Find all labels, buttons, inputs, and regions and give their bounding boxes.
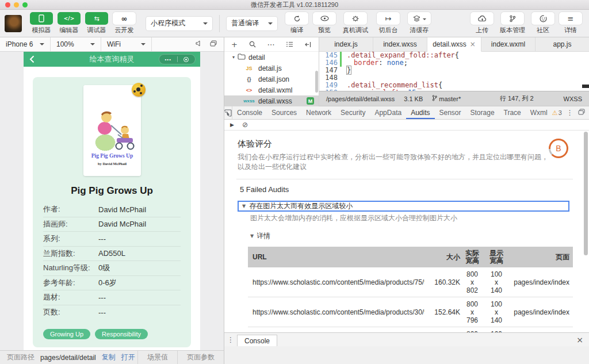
tab-index-js[interactable]: index.js: [319, 37, 373, 51]
compile-button[interactable]: 编译: [283, 12, 311, 35]
devtools-tab-network[interactable]: Network: [301, 106, 336, 119]
audits-scrollbar[interactable]: [584, 132, 588, 255]
collapse-panel-icon[interactable]: [305, 41, 312, 48]
devtools-tab-security[interactable]: Security: [336, 106, 370, 119]
debugger-toggle-button[interactable]: ⇆ 调试器: [83, 12, 110, 35]
community-button[interactable]: 社区: [529, 12, 557, 35]
tab-arrow-icon: ↦: [385, 14, 392, 23]
switch-background-button[interactable]: ↦ 切后台: [373, 12, 404, 35]
console-drawer-bar: ⋮ Console ×: [224, 332, 589, 346]
tag-pill[interactable]: Growing Up: [43, 329, 90, 339]
main-toolbar: 模拟器 </> 编辑器 ⇆ 调试器 ∞ 云开发 小程序模式 普通编译 编译 预览…: [0, 10, 589, 37]
ball-badge: [132, 83, 146, 97]
table-row: https://www.scholastic.com/content5/medi…: [248, 267, 573, 297]
file-row-detail-wxml[interactable]: <> detail.wxml: [224, 85, 319, 95]
warning-badge[interactable]: ⚠3: [552, 109, 562, 117]
file-row-detail-js[interactable]: JS detail.js: [224, 63, 319, 74]
device-select[interactable]: iPhone 6: [0, 37, 51, 51]
code-area[interactable]: 145.detail_expand_fold::after{ 146border…: [319, 52, 589, 91]
table-row: https://www.scholastic.com/content5/medi…: [248, 327, 573, 332]
details-button[interactable]: ≡ 详情: [557, 12, 584, 35]
cloud-dev-button[interactable]: ∞ 云开发: [110, 12, 138, 35]
audits-content: 体验评分 我们会在小程序运行过程中实时检查，分析出一些可能导致体验不好的地方，并…: [224, 131, 589, 332]
file-row-detail-json[interactable]: {} detail.json: [224, 74, 319, 85]
tag-pill[interactable]: Responsibility: [95, 329, 148, 339]
editor-scroll-marker[interactable]: [582, 85, 589, 88]
book-card: Pig Pig Grows Up by David McPhail Pig Pi…: [33, 77, 191, 347]
git-branch-icon: [432, 95, 437, 102]
window-titlebar: 微信开发者工具 v1.02.1811290: [0, 0, 589, 10]
more-icon[interactable]: ⋯: [267, 40, 274, 49]
swap-icon: ⇆: [94, 15, 99, 22]
devtools-tab-console[interactable]: Console: [232, 106, 267, 119]
copy-link[interactable]: 复制: [102, 352, 116, 362]
compile-mode-select[interactable]: 普通编译: [227, 17, 277, 30]
editor-tab-bar: index.js index.wxss detail.wxss × index.…: [319, 37, 589, 52]
folder-row-detail[interactable]: ▾ detail: [224, 52, 319, 63]
language-mode[interactable]: WXSS: [564, 95, 582, 102]
editor-status-bar: /pages/detail/detail.wxss 3.1 KB master*…: [319, 91, 589, 106]
devtools-menu-icon[interactable]: ⋮: [567, 109, 573, 117]
file-list-icon[interactable]: [286, 41, 293, 47]
page-path-value: pages/detail/detail: [40, 354, 96, 362]
more-options-button[interactable]: •••: [159, 57, 177, 62]
tab-index-wxss[interactable]: index.wxss: [373, 37, 427, 51]
mute-speaker-icon[interactable]: [196, 40, 202, 48]
dock-side-icon[interactable]: [578, 109, 585, 117]
page-params-tab[interactable]: 页面参数: [177, 351, 224, 364]
close-drawer-icon[interactable]: ×: [576, 333, 589, 346]
field-row: 兰斯指数:AD550L: [43, 247, 181, 262]
miniapp-capsule: •••: [159, 54, 196, 64]
code-editor: index.js index.wxss detail.wxss × index.…: [319, 37, 589, 106]
devtools-tab-audits[interactable]: Audits: [406, 106, 434, 119]
file-tree-scrollbar[interactable]: [315, 71, 318, 93]
smiley-icon: [540, 15, 547, 22]
screenshot-icon[interactable]: [210, 40, 217, 48]
search-icon[interactable]: [249, 41, 256, 48]
zoom-select[interactable]: 100%: [51, 37, 101, 51]
tab-index-wxml[interactable]: index.wxml: [481, 37, 536, 51]
details-toggle[interactable]: ▼ 详情: [250, 231, 573, 241]
open-link[interactable]: 打开: [121, 352, 135, 362]
network-select[interactable]: WiFi: [101, 37, 152, 51]
run-audits-icon[interactable]: ▶: [230, 122, 234, 128]
drawer-menu-icon[interactable]: ⋮: [224, 333, 237, 346]
user-avatar[interactable]: [5, 15, 22, 32]
devtools-tab-wxml[interactable]: Wxml: [526, 106, 552, 119]
clear-cache-button[interactable]: 清缓存: [404, 12, 435, 35]
exit-miniapp-button[interactable]: [178, 57, 196, 62]
add-file-icon[interactable]: +: [231, 40, 238, 49]
clear-icon[interactable]: ⊘: [242, 121, 248, 129]
back-chevron-icon[interactable]: [29, 55, 35, 63]
miniapp-navbar: 绘本查询精灵 •••: [24, 52, 200, 67]
version-control-button[interactable]: 版本管理: [496, 12, 529, 35]
real-device-debug-button[interactable]: 真机调试: [338, 12, 373, 35]
drawer-tab-console[interactable]: Console: [237, 335, 277, 346]
file-row-detail-wxss[interactable]: wxss detail.wxss M: [224, 95, 319, 106]
devtools-tab-sources[interactable]: Sources: [267, 106, 301, 119]
git-branch-status[interactable]: master*: [432, 95, 461, 102]
upload-button[interactable]: 上传: [468, 12, 496, 35]
tab-app-js[interactable]: app.js: [536, 37, 589, 51]
devtools-tab-sensor[interactable]: Sensor: [435, 106, 466, 119]
editor-toggle-button[interactable]: </> 编辑器: [55, 12, 83, 35]
preview-button[interactable]: 预览: [311, 12, 338, 35]
inspect-element-icon[interactable]: [224, 106, 232, 119]
mode-select[interactable]: 小程序模式: [146, 17, 212, 30]
wxml-file-icon: <>: [243, 87, 255, 93]
tab-detail-wxss[interactable]: detail.wxss ×: [427, 37, 481, 52]
devtools-tab-trace[interactable]: Trace: [499, 106, 526, 119]
modified-badge: M: [307, 97, 314, 105]
cloud-link-icon: ∞: [121, 14, 128, 23]
book-cover-image[interactable]: Pig Pig Grows Up by David McPhail: [83, 85, 141, 176]
issue-title: 存在图片太大而有效显示区域较小: [249, 201, 353, 211]
audits-subtitle: 我们会在小程序运行过程中实时检查，分析出一些可能导致体验不好的地方，并且定位出哪…: [238, 152, 549, 172]
simulator-toggle-button[interactable]: 模拟器: [28, 12, 55, 35]
scene-value-tab[interactable]: 场景值: [137, 351, 177, 364]
devtools-tab-appdata[interactable]: AppData: [370, 106, 406, 119]
audit-issue-row[interactable]: ▼ 存在图片太大而有效显示区域较小: [238, 201, 569, 212]
expand-arrow-icon: ▾: [232, 55, 235, 60]
close-tab-icon[interactable]: ×: [470, 40, 476, 48]
phone-icon: [39, 14, 44, 22]
devtools-tab-storage[interactable]: Storage: [466, 106, 499, 119]
